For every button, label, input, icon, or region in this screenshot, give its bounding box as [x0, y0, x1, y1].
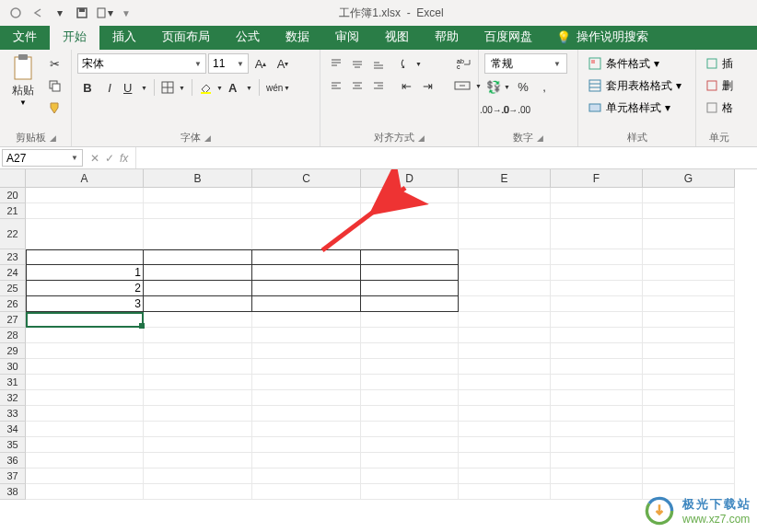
cell[interactable]: [26, 249, 144, 265]
cell[interactable]: [361, 281, 459, 296]
qat-customize-icon[interactable]: ▼: [116, 3, 136, 23]
copy-icon[interactable]: [44, 75, 64, 96]
format-painter-icon[interactable]: [44, 98, 64, 118]
cell[interactable]: [551, 328, 643, 343]
tab-view[interactable]: 视图: [372, 24, 422, 50]
cell[interactable]: [252, 484, 361, 500]
row-header-21[interactable]: 21: [0, 203, 26, 219]
cell[interactable]: 1: [26, 265, 144, 281]
cell[interactable]: [361, 437, 459, 453]
cell[interactable]: [144, 406, 252, 422]
row-header-36[interactable]: 36: [0, 453, 26, 468]
row-header-20[interactable]: 20: [0, 188, 26, 203]
cell[interactable]: [144, 484, 252, 500]
cut-icon[interactable]: ✂: [44, 53, 64, 74]
cell[interactable]: [144, 203, 252, 219]
row-header-34[interactable]: 34: [0, 422, 26, 437]
cell[interactable]: [252, 203, 361, 219]
row-header-28[interactable]: 28: [0, 328, 26, 343]
cell[interactable]: [26, 359, 144, 375]
col-header-B[interactable]: B: [144, 169, 252, 188]
cell[interactable]: [252, 468, 361, 484]
cell[interactable]: [252, 359, 361, 375]
cell[interactable]: [643, 359, 735, 375]
cell[interactable]: [252, 453, 361, 468]
cell[interactable]: [643, 296, 735, 312]
cell[interactable]: [361, 359, 459, 375]
cell[interactable]: [144, 249, 252, 265]
percent-icon[interactable]: %: [513, 76, 533, 97]
cell[interactable]: [361, 249, 459, 265]
underline-button[interactable]: U▼: [122, 77, 149, 98]
cell[interactable]: [252, 406, 361, 422]
cell-styles-button[interactable]: 单元格样式 ▾: [584, 98, 685, 118]
cell[interactable]: [643, 219, 735, 249]
increase-indent-icon[interactable]: ⇥: [417, 75, 437, 96]
cell[interactable]: [643, 437, 735, 453]
cell[interactable]: [361, 265, 459, 281]
cell[interactable]: [459, 249, 551, 265]
cell[interactable]: [459, 422, 551, 437]
cell[interactable]: [361, 468, 459, 484]
cell[interactable]: [144, 219, 252, 249]
row-header-31[interactable]: 31: [0, 375, 26, 390]
cell[interactable]: [459, 484, 551, 500]
cell[interactable]: [643, 453, 735, 468]
cell[interactable]: 2: [26, 281, 144, 296]
name-box[interactable]: A27▼: [2, 149, 83, 167]
delete-cells-button[interactable]: 删: [702, 75, 737, 96]
tab-insert[interactable]: 插入: [99, 24, 149, 50]
cell[interactable]: [26, 375, 144, 390]
cell[interactable]: [26, 219, 144, 249]
cell[interactable]: [252, 343, 361, 359]
row-header-23[interactable]: 23: [0, 249, 26, 265]
fill-color-button[interactable]: ▼: [197, 77, 225, 98]
cell[interactable]: [252, 422, 361, 437]
column-headers[interactable]: ABCDEFG: [26, 169, 735, 188]
tab-review[interactable]: 审阅: [322, 24, 372, 50]
new-icon[interactable]: ▾: [94, 3, 114, 23]
cell[interactable]: [252, 219, 361, 249]
cell[interactable]: [144, 188, 252, 203]
cell[interactable]: [26, 437, 144, 453]
cell[interactable]: [252, 296, 361, 312]
row-header-35[interactable]: 35: [0, 437, 26, 453]
paste-button[interactable]: 粘贴 ▼: [6, 53, 41, 107]
cell[interactable]: [551, 453, 643, 468]
cell[interactable]: [643, 203, 735, 219]
col-header-F[interactable]: F: [551, 169, 643, 188]
cell[interactable]: [459, 203, 551, 219]
cell[interactable]: [551, 203, 643, 219]
cell[interactable]: [459, 312, 551, 328]
cell[interactable]: [361, 328, 459, 343]
orientation-icon[interactable]: ⤹▼: [396, 53, 424, 74]
font-size-combo[interactable]: 11▼: [208, 53, 249, 74]
cell[interactable]: [252, 328, 361, 343]
decrease-font-icon[interactable]: A▾: [273, 53, 293, 74]
cell[interactable]: [144, 328, 252, 343]
cell[interactable]: [361, 390, 459, 406]
cell[interactable]: [459, 468, 551, 484]
cell[interactable]: [459, 359, 551, 375]
cell[interactable]: [144, 312, 252, 328]
cell[interactable]: [459, 453, 551, 468]
cell[interactable]: [551, 281, 643, 296]
col-header-D[interactable]: D: [361, 169, 459, 188]
col-header-A[interactable]: A: [26, 169, 144, 188]
formula-input[interactable]: [136, 147, 757, 168]
row-header-24[interactable]: 24: [0, 265, 26, 281]
row-header-30[interactable]: 30: [0, 359, 26, 375]
cell[interactable]: [459, 265, 551, 281]
cell[interactable]: [144, 296, 252, 312]
wrap-text-icon[interactable]: abc: [452, 53, 476, 74]
cell[interactable]: [252, 375, 361, 390]
cell[interactable]: [26, 453, 144, 468]
cell[interactable]: [551, 312, 643, 328]
conditional-formatting-button[interactable]: 条件格式 ▾: [584, 53, 685, 74]
cell[interactable]: [551, 406, 643, 422]
cell[interactable]: [459, 188, 551, 203]
cell[interactable]: [551, 422, 643, 437]
cell[interactable]: [26, 343, 144, 359]
cell[interactable]: [252, 249, 361, 265]
cell[interactable]: [551, 375, 643, 390]
